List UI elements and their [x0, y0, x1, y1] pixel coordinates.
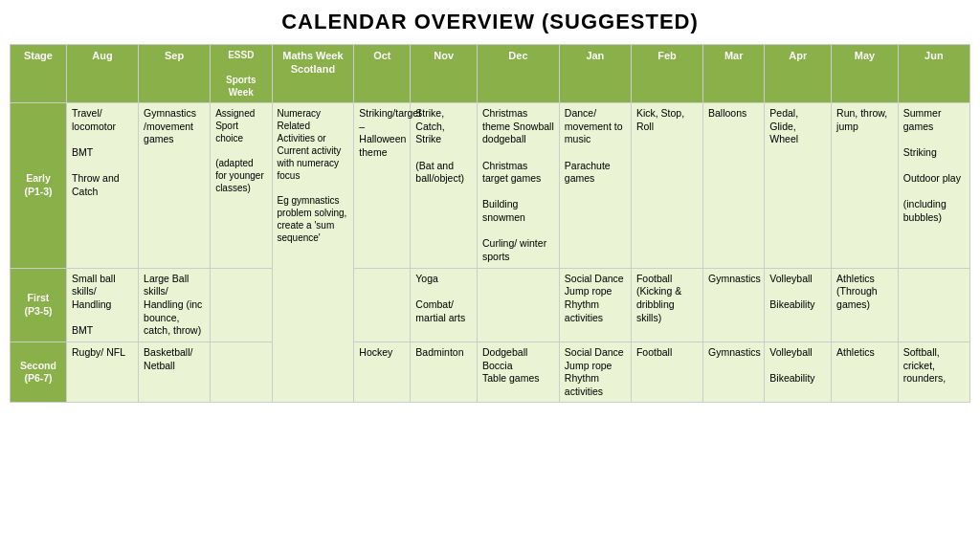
cell-may: Athletics (Through games) — [832, 268, 899, 342]
cell-essd — [211, 268, 272, 342]
header-feb: Feb — [631, 45, 702, 103]
header-nov: Nov — [411, 45, 478, 103]
cell-feb: Football (Kicking & dribbling skills) — [631, 268, 702, 342]
cell-aug: Rugby/ NFL — [66, 342, 138, 403]
header-maths: Maths Week Scotland — [272, 45, 354, 103]
cell-may: Athletics — [832, 342, 899, 403]
cell-oct — [354, 268, 411, 342]
cell-jun — [898, 268, 969, 342]
cell-apr: Volleyball Bikeability — [765, 342, 832, 403]
table-row: Early (P1-3)Travel/ locomotor BMT Throw … — [11, 103, 970, 269]
cell-apr: Pedal, Glide, Wheel — [765, 103, 832, 269]
table-row: First (P3-5)Small ball skills/ Handling … — [11, 268, 970, 342]
stage-cell: Early (P1-3) — [11, 103, 67, 269]
cell-maths: Numeracy Related Activities or Current a… — [272, 103, 354, 403]
calendar-table: Stage Aug Sep ESSD Sports Week Maths Wee… — [10, 44, 970, 403]
header-apr: Apr — [765, 45, 832, 103]
cell-mar: Balloons — [702, 103, 764, 269]
cell-essd — [211, 342, 272, 403]
cell-oct: Striking/target – Halloween theme — [354, 103, 411, 269]
cell-may: Run, throw, jump — [832, 103, 899, 269]
header-jan: Jan — [559, 45, 631, 103]
header-essd: ESSD Sports Week — [211, 45, 272, 103]
header-mar: Mar — [702, 45, 764, 103]
stage-cell: First (P3-5) — [11, 268, 67, 342]
header-oct: Oct — [354, 45, 411, 103]
cell-essd: Assigned Sport choice (adapted for young… — [211, 103, 272, 269]
cell-dec: Christmas theme Snowball dodgeball Chris… — [478, 103, 560, 269]
cell-apr: Volleyball Bikeability — [765, 268, 832, 342]
cell-dec: Dodgeball Boccia Table games — [478, 342, 560, 403]
header-sep: Sep — [139, 45, 211, 103]
header-jun: Jun — [898, 45, 969, 103]
cell-sep: Large Ball skills/ Handling (inc bounce,… — [139, 268, 211, 342]
cell-nov: Yoga Combat/ martial arts — [411, 268, 478, 342]
cell-aug: Travel/ locomotor BMT Throw and Catch — [66, 103, 138, 269]
cell-sep: Basketball/ Netball — [139, 342, 211, 403]
cell-sep: Gymnastics /movement games — [139, 103, 211, 269]
cell-jun: Summer games Striking Outdoor play (incl… — [898, 103, 969, 269]
cell-dec — [478, 268, 560, 342]
cell-jun: Softball, cricket, rounders, — [898, 342, 969, 403]
cell-aug: Small ball skills/ Handling BMT — [66, 268, 138, 342]
table-row: Second (P6-7)Rugby/ NFLBasketball/ Netba… — [11, 342, 970, 403]
cell-nov: Strike, Catch, Strike (Bat and ball/obje… — [411, 103, 478, 269]
cell-feb: Football — [631, 342, 702, 403]
header-aug: Aug — [66, 45, 138, 103]
cell-mar: Gymnastics — [702, 342, 764, 403]
cell-jan: Dance/ movement to music Parachute games — [559, 103, 631, 269]
header-may: May — [832, 45, 899, 103]
cell-mar: Gymnastics — [702, 268, 764, 342]
stage-cell: Second (P6-7) — [11, 342, 67, 403]
cell-jan: Social Dance Jump rope Rhythm activities — [559, 342, 631, 403]
cell-jan: Social Dance Jump rope Rhythm activities — [559, 268, 631, 342]
header-stage: Stage — [11, 45, 67, 103]
cell-feb: Kick, Stop, Roll — [631, 103, 702, 269]
cell-nov: Badminton — [411, 342, 478, 403]
cell-oct: Hockey — [354, 342, 411, 403]
header-dec: Dec — [478, 45, 560, 103]
page-title: CALENDAR OVERVIEW (SUGGESTED) — [10, 10, 970, 34]
